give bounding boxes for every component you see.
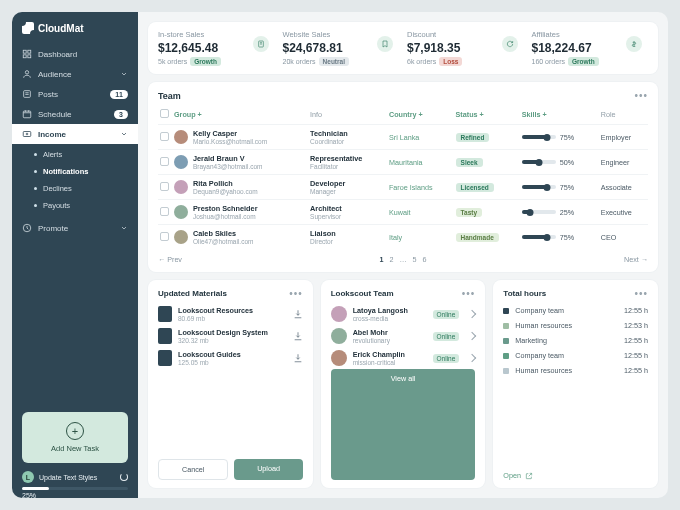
pager-page[interactable]: 6 [420, 255, 430, 264]
svg-rect-1 [28, 50, 31, 53]
skill-pct: 75% [560, 133, 574, 142]
team-more-icon[interactable]: ••• [634, 90, 648, 101]
download-icon[interactable] [293, 309, 303, 319]
nav-dashboard[interactable]: Dashboard [12, 44, 138, 64]
pager-page[interactable]: 1 [376, 255, 386, 264]
team-member-item[interactable]: Erick Champlinmission-critical Online [331, 347, 476, 369]
svg-point-4 [25, 71, 28, 74]
kpi-icon [502, 36, 518, 52]
pager-page[interactable]: 5 [410, 255, 420, 264]
avatar [174, 180, 188, 194]
svg-rect-2 [23, 55, 26, 58]
pager-next[interactable]: Next → [624, 255, 648, 264]
skill-cell: 75% [522, 133, 597, 142]
file-icon [158, 328, 172, 344]
row-checkbox[interactable] [160, 207, 169, 216]
role-cell: Employer [599, 125, 648, 150]
hours-more-icon[interactable]: ••• [635, 288, 649, 299]
nav-posts[interactable]: Posts 11 [12, 84, 138, 104]
hours-item: Human resources 12:53 h [503, 318, 648, 333]
download-icon[interactable] [293, 331, 303, 341]
col-country[interactable]: Country [387, 105, 454, 125]
team-member-item[interactable]: Latoya Langoshcross-media Online [331, 303, 476, 325]
material-size: 125.05 mb [178, 359, 241, 366]
nav-promote[interactable]: Promote [12, 218, 138, 238]
pager-page[interactable]: … [396, 255, 409, 264]
svg-rect-7 [23, 132, 31, 137]
view-all-button[interactable]: View all [331, 369, 476, 480]
file-icon [158, 306, 172, 322]
status-badge: Refined [456, 133, 490, 142]
kpi-sub: 6k orders Loss [407, 57, 524, 66]
info-secondary: Facilitator [310, 163, 385, 170]
role-cell: CEO [599, 225, 648, 250]
chevron-right-icon [468, 332, 476, 340]
pager-prev[interactable]: ← Prev [158, 255, 182, 264]
person-cell: Caleb SkilesOlie47@hotmail.com [174, 229, 306, 245]
row-checkbox[interactable] [160, 232, 169, 241]
kpi-tag: Growth [190, 57, 221, 66]
material-size: 80.69 mb [178, 315, 253, 322]
materials-more-icon[interactable]: ••• [289, 288, 303, 299]
promote-icon [22, 223, 32, 233]
pager-page[interactable]: 2 [386, 255, 396, 264]
status-badge: Sleek [456, 158, 483, 167]
col-skills[interactable]: Skills [520, 105, 599, 125]
avatar [331, 328, 347, 344]
hours-item: Human resources 12:55 h [503, 363, 648, 378]
nav-label: Audience [38, 70, 71, 79]
sub-notifications[interactable]: Notifications [12, 163, 138, 180]
open-link[interactable]: Open [503, 471, 648, 480]
skill-cell: 50% [522, 158, 597, 167]
external-link-icon [525, 472, 533, 480]
col-group[interactable]: Group [172, 105, 308, 125]
hours-item: Company team 12:55 h [503, 348, 648, 363]
team-member-item[interactable]: Abel Mohrrevolutionary Online [331, 325, 476, 347]
main: In-store Sales $12,645.48 5k orders Grow… [138, 12, 668, 498]
color-swatch-icon [503, 338, 509, 344]
nav-schedule[interactable]: Schedule 3 [12, 104, 138, 124]
table-row[interactable]: Kelly CasperMario.Koss@hotmail.com Techn… [158, 125, 648, 150]
info-primary: Architect [310, 204, 385, 213]
select-all-checkbox[interactable] [160, 109, 169, 118]
country-cell: Mauritania [389, 158, 423, 167]
hours-title: Total hours [503, 289, 546, 298]
team-panel: Team ••• Group Info Country Status Skill… [148, 82, 658, 272]
row-checkbox[interactable] [160, 182, 169, 191]
member-sub: revolutionary [353, 337, 390, 344]
member-sub: mission-critical [353, 359, 405, 366]
skill-pct: 75% [560, 233, 574, 242]
skill-cell: 75% [522, 233, 597, 242]
nav-income[interactable]: Income [12, 124, 138, 144]
online-badge: Online [433, 354, 460, 363]
sub-declines[interactable]: Declines [12, 180, 138, 197]
kpi-card: Website Sales $24,678.81 20k orders Neut… [283, 30, 400, 66]
col-status[interactable]: Status [454, 105, 520, 125]
skill-cell: 25% [522, 208, 597, 217]
hours-name: Human resources [515, 321, 572, 330]
table-row[interactable]: Jerald Braun VBrayan43@hotmail.com Repre… [158, 150, 648, 175]
upload-button[interactable]: Upload [234, 459, 302, 480]
add-task-button[interactable]: + Add New Task [22, 412, 128, 463]
table-row[interactable]: Preston SchneiderJoshua@hotmail.com Arch… [158, 200, 648, 225]
row-checkbox[interactable] [160, 157, 169, 166]
nav-audience[interactable]: Audience [12, 64, 138, 84]
nav-label: Promote [38, 224, 68, 233]
status-badge: Licensed [456, 183, 494, 192]
kpi-sub: 5k orders Growth [158, 57, 275, 66]
schedule-icon [22, 109, 32, 119]
person-name: Caleb Skiles [193, 229, 253, 238]
download-icon[interactable] [293, 353, 303, 363]
sub-payouts[interactable]: Payouts [12, 197, 138, 214]
svg-rect-3 [28, 55, 31, 58]
income-icon [22, 129, 32, 139]
role-cell: Executive [599, 200, 648, 225]
lookscout-more-icon[interactable]: ••• [462, 288, 476, 299]
cancel-button[interactable]: Cancel [158, 459, 228, 480]
row-checkbox[interactable] [160, 132, 169, 141]
nav-label: Dashboard [38, 50, 77, 59]
table-row[interactable]: Rita PollichDequan9@yahoo.com DeveloperM… [158, 175, 648, 200]
kpi-tag: Neutral [319, 57, 349, 66]
sub-alerts[interactable]: Alerts [12, 146, 138, 163]
table-row[interactable]: Caleb SkilesOlie47@hotmail.com LiaisonDi… [158, 225, 648, 250]
